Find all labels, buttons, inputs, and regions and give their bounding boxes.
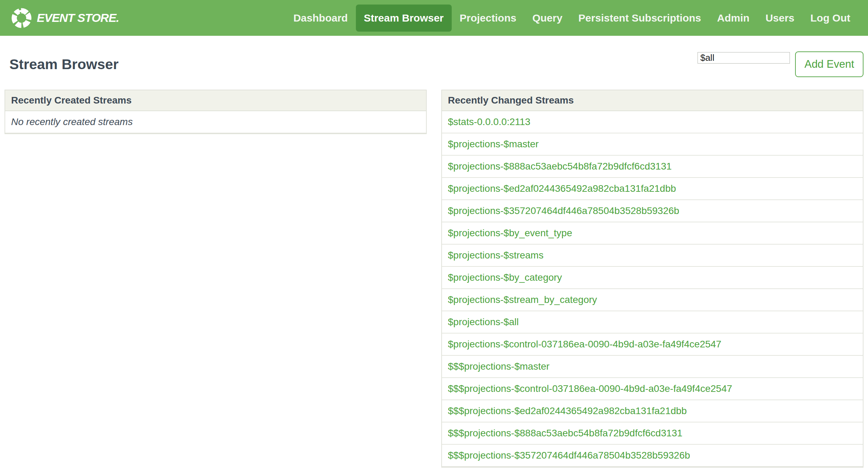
stream-row: $$$projections-$357207464df446a78504b352… [442,445,863,467]
stream-row: $$$projections-$master [442,356,863,378]
nav-item[interactable]: Query [524,5,570,32]
stream-link[interactable]: $projections-$all [448,316,519,328]
stream-link[interactable]: $projections-$ed2af0244365492a982cba131f… [448,183,676,194]
recently-created-header: Recently Created Streams [5,90,426,111]
stream-link[interactable]: $$$projections-$357207464df446a78504b352… [448,450,690,461]
recently-created-panel: Recently Created Streams No recently cre… [5,90,427,134]
recently-changed-panel: Recently Changed Streams $stats-0.0.0.0:… [441,90,863,468]
recently-changed-header: Recently Changed Streams [442,90,863,111]
empty-message: No recently created streams [11,116,133,127]
page-title: Stream Browser [9,56,118,73]
stream-row: $projections-$control-037186ea-0090-4b9d… [442,334,863,356]
stream-link[interactable]: $projections-$control-037186ea-0090-4b9d… [448,339,721,350]
stream-link[interactable]: $$$projections-$control-037186ea-0090-4b… [448,383,732,394]
stream-row: $projections-$stream_by_category [442,289,863,311]
brand[interactable]: EVENT STORE. [10,7,119,29]
nav-item[interactable]: Users [758,5,802,32]
stream-row: $projections-$357207464df446a78504b3528b… [442,200,863,222]
stream-row: $projections-$all [442,311,863,334]
nav-item[interactable]: Log Out [802,5,858,32]
nav-items: DashboardStream BrowserProjectionsQueryP… [285,5,858,32]
stream-link[interactable]: $projections-$888ac53aebc54b8fa72b9dfcf6… [448,161,672,172]
stream-link[interactable]: $projections-$master [448,139,539,150]
stream-panels: Recently Created Streams No recently cre… [5,90,863,468]
stream-link[interactable]: $projections-$by_category [448,272,562,283]
stream-row: $$$projections-$ed2af0244365492a982cba13… [442,400,863,422]
stream-row: $$$projections-$888ac53aebc54b8fa72b9dfc… [442,422,863,445]
top-nav-bar: EVENT STORE. DashboardStream BrowserProj… [0,0,868,36]
stream-link[interactable]: $$$projections-$master [448,361,550,372]
stream-row: $projections-$master [442,133,863,156]
stream-name-input[interactable] [698,52,790,64]
empty-row: No recently created streams [5,111,426,133]
stream-row: $projections-$streams [442,245,863,267]
stream-row: $stats-0.0.0.0:2113 [442,111,863,133]
stream-link[interactable]: $projections-$by_event_type [448,228,572,239]
stream-toolbar: Add Event [698,51,863,77]
stream-row: $projections-$888ac53aebc54b8fa72b9dfcf6… [442,156,863,178]
page-content: Stream Browser Add Event Recently Create… [0,51,868,468]
nav-item[interactable]: Admin [709,5,757,32]
recently-changed-list: $stats-0.0.0.0:2113 $projections-$master… [442,111,863,467]
nav-item[interactable]: Projections [452,5,524,32]
nav-item[interactable]: Persistent Subscriptions [570,5,709,32]
stream-link[interactable]: $projections-$streams [448,250,543,261]
stream-link[interactable]: $projections-$357207464df446a78504b3528b… [448,205,679,216]
stream-link[interactable]: $$$projections-$888ac53aebc54b8fa72b9dfc… [448,428,683,439]
brand-name: EVENT STORE. [37,11,119,25]
stream-row: $projections-$by_event_type [442,222,863,245]
stream-link[interactable]: $stats-0.0.0.0:2113 [448,116,531,127]
title-row: Stream Browser Add Event [5,51,863,90]
stream-link[interactable]: $$$projections-$ed2af0244365492a982cba13… [448,405,687,417]
event-store-logo-icon [10,7,33,29]
nav-item[interactable]: Dashboard [285,5,356,32]
nav-item[interactable]: Stream Browser [356,5,452,32]
add-event-button[interactable]: Add Event [795,51,863,77]
stream-row: $projections-$by_category [442,267,863,289]
stream-row: $projections-$ed2af0244365492a982cba131f… [442,178,863,200]
stream-link[interactable]: $projections-$stream_by_category [448,294,597,305]
stream-row: $$$projections-$control-037186ea-0090-4b… [442,378,863,400]
